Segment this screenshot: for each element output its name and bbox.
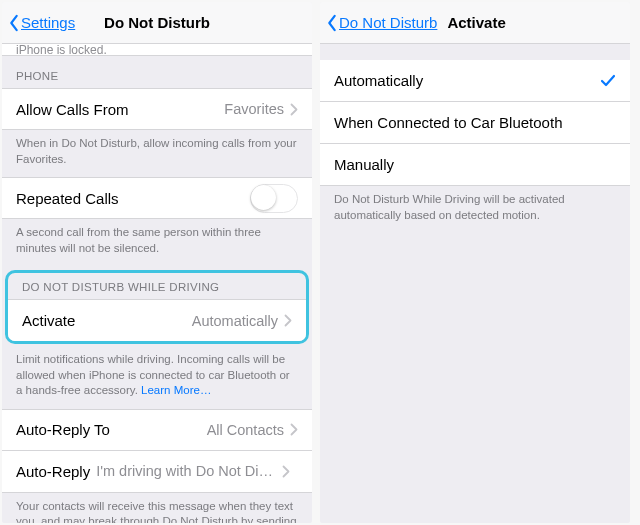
option-label: Manually [334,156,616,173]
section-header-driving: DO NOT DISTURB WHILE DRIVING [8,273,306,299]
learn-more-link[interactable]: Learn More… [141,384,211,396]
settings-pane-activate: Do Not Disturb Activate Automatically Wh… [320,2,630,523]
option-label: When Connected to Car Bluetooth [334,114,616,131]
row-value: All Contacts [207,422,284,438]
footer-driving: Limit notifications while driving. Incom… [2,346,312,409]
footer-activate: Do Not Disturb While Driving will be act… [320,186,630,233]
back-button-dnd[interactable]: Do Not Disturb [326,14,437,32]
content-left: iPhone is locked. PHONE Allow Calls From… [2,44,312,523]
toggle-knob [251,185,276,210]
option-manually[interactable]: Manually [320,144,630,186]
row-label: Activate [22,312,192,329]
footer-repeated-calls: A second call from the same person withi… [2,219,312,266]
row-label: Allow Calls From [16,101,224,118]
row-label: Auto-Reply To [16,421,207,438]
row-label: Auto-Reply [16,463,90,480]
back-button-settings[interactable]: Settings [8,14,75,32]
navbar-right: Do Not Disturb Activate [320,2,630,44]
row-auto-reply-to[interactable]: Auto-Reply To All Contacts [2,409,312,451]
row-repeated-calls[interactable]: Repeated Calls [2,177,312,219]
row-activate[interactable]: Activate Automatically [8,299,306,341]
back-label: Do Not Disturb [339,14,437,31]
option-automatically[interactable]: Automatically [320,60,630,102]
spacer [320,44,630,60]
row-value: Automatically [192,313,278,329]
footer-allow-calls: When in Do Not Disturb, allow incoming c… [2,130,312,177]
settings-pane-dnd: Settings Do Not Disturb iPhone is locked… [2,2,312,523]
chevron-right-icon [284,314,292,327]
back-label: Settings [21,14,75,31]
toggle-repeated-calls[interactable] [250,184,298,213]
highlighted-section-driving: DO NOT DISTURB WHILE DRIVING Activate Au… [5,270,309,344]
option-label: Automatically [334,72,600,89]
page-title: Do Not Disturb [104,14,210,31]
chevron-right-icon [282,465,290,478]
truncated-prior-footer: iPhone is locked. [2,44,312,56]
checkmark-icon [600,74,616,88]
row-allow-calls-from[interactable]: Allow Calls From Favorites [2,88,312,130]
content-right: Automatically When Connected to Car Blue… [320,44,630,523]
row-value: I'm driving with Do Not Distu… [96,463,276,479]
chevron-left-icon [326,14,338,32]
row-auto-reply-message[interactable]: Auto-Reply I'm driving with Do Not Distu… [2,451,312,493]
footer-auto-reply: Your contacts will receive this message … [2,493,312,523]
navbar-left: Settings Do Not Disturb [2,2,312,44]
chevron-right-icon [290,423,298,436]
row-label: Repeated Calls [16,190,250,207]
chevron-right-icon [290,103,298,116]
section-header-phone: PHONE [2,56,312,88]
row-value: Favorites [224,101,284,117]
option-car-bluetooth[interactable]: When Connected to Car Bluetooth [320,102,630,144]
page-title: Activate [447,14,505,31]
chevron-left-icon [8,14,20,32]
